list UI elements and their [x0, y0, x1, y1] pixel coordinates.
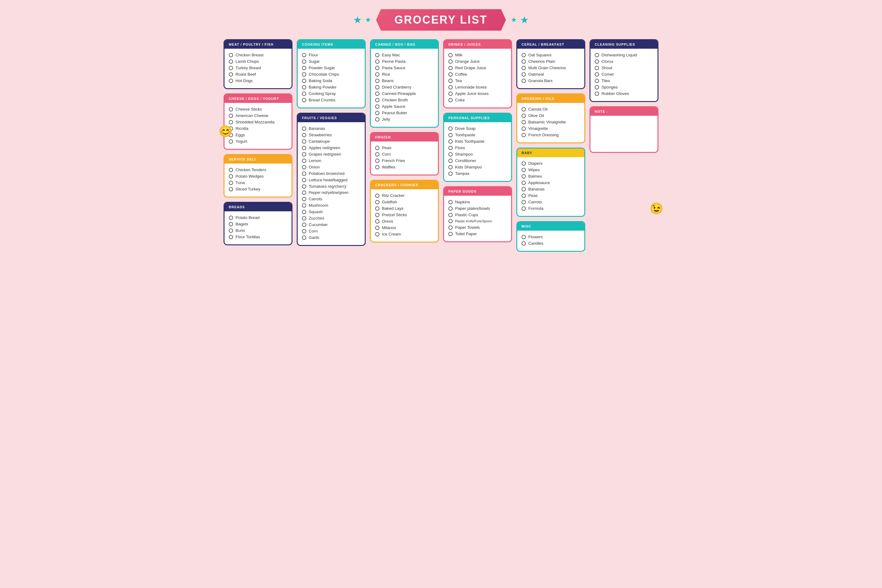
checkbox-icon[interactable] — [229, 174, 233, 178]
checkbox-icon[interactable] — [448, 126, 453, 131]
checkbox-icon[interactable] — [448, 85, 453, 89]
checkbox-icon[interactable] — [375, 159, 380, 163]
checkbox-icon[interactable] — [229, 235, 233, 239]
checkbox-icon[interactable] — [302, 216, 306, 220]
checkbox-icon[interactable] — [229, 181, 233, 185]
checkbox-icon[interactable] — [302, 159, 306, 163]
checkbox-icon[interactable] — [375, 152, 380, 156]
checkbox-icon[interactable] — [448, 146, 453, 150]
checkbox-icon[interactable] — [302, 66, 306, 70]
checkbox-icon[interactable] — [522, 126, 526, 131]
checkbox-icon[interactable] — [522, 79, 526, 83]
checkbox-icon[interactable] — [595, 85, 599, 89]
checkbox-icon[interactable] — [375, 200, 380, 204]
checkbox-icon[interactable] — [375, 92, 380, 96]
checkbox-icon[interactable] — [448, 59, 453, 64]
checkbox-icon[interactable] — [229, 107, 233, 111]
checkbox-icon[interactable] — [375, 232, 380, 236]
checkbox-icon[interactable] — [522, 206, 526, 211]
checkbox-icon[interactable] — [302, 152, 306, 156]
checkbox-icon[interactable] — [375, 213, 380, 217]
note-input[interactable] — [595, 119, 653, 146]
checkbox-icon[interactable] — [229, 66, 233, 70]
checkbox-icon[interactable] — [595, 79, 599, 83]
checkbox-icon[interactable] — [302, 59, 306, 64]
checkbox-icon[interactable] — [522, 235, 526, 239]
checkbox-icon[interactable] — [448, 133, 453, 137]
checkbox-icon[interactable] — [448, 66, 453, 70]
checkbox-icon[interactable] — [229, 222, 233, 226]
checkbox-icon[interactable] — [302, 165, 306, 170]
checkbox-icon[interactable] — [595, 72, 599, 76]
checkbox-icon[interactable] — [448, 140, 453, 144]
checkbox-icon[interactable] — [448, 171, 453, 176]
checkbox-icon[interactable] — [522, 174, 526, 178]
checkbox-icon[interactable] — [375, 165, 380, 170]
checkbox-icon[interactable] — [375, 104, 380, 109]
checkbox-icon[interactable] — [522, 66, 526, 70]
checkbox-icon[interactable] — [375, 219, 380, 224]
checkbox-icon[interactable] — [522, 242, 526, 246]
checkbox-icon[interactable] — [302, 197, 306, 201]
checkbox-icon[interactable] — [522, 107, 526, 111]
checkbox-icon[interactable] — [448, 219, 453, 223]
checkbox-icon[interactable] — [302, 178, 306, 182]
checkbox-icon[interactable] — [522, 181, 526, 185]
checkbox-icon[interactable] — [522, 53, 526, 57]
checkbox-icon[interactable] — [375, 59, 380, 64]
checkbox-icon[interactable] — [375, 66, 380, 70]
checkbox-icon[interactable] — [375, 98, 380, 102]
checkbox-icon[interactable] — [448, 206, 453, 211]
checkbox-icon[interactable] — [522, 194, 526, 198]
checkbox-icon[interactable] — [522, 161, 526, 166]
checkbox-icon[interactable] — [302, 133, 306, 137]
checkbox-icon[interactable] — [375, 53, 380, 57]
checkbox-icon[interactable] — [448, 53, 453, 57]
checkbox-icon[interactable] — [229, 228, 233, 233]
checkbox-icon[interactable] — [375, 226, 380, 230]
checkbox-icon[interactable] — [375, 85, 380, 89]
checkbox-icon[interactable] — [522, 72, 526, 76]
checkbox-icon[interactable] — [229, 114, 233, 118]
checkbox-icon[interactable] — [448, 232, 453, 236]
checkbox-icon[interactable] — [302, 72, 306, 76]
checkbox-icon[interactable] — [448, 92, 453, 96]
checkbox-icon[interactable] — [448, 213, 453, 217]
checkbox-icon[interactable] — [375, 146, 380, 150]
checkbox-icon[interactable] — [522, 168, 526, 172]
checkbox-icon[interactable] — [229, 120, 233, 124]
checkbox-icon[interactable] — [448, 152, 453, 156]
checkbox-icon[interactable] — [302, 98, 306, 102]
checkbox-icon[interactable] — [302, 190, 306, 195]
checkbox-icon[interactable] — [595, 92, 599, 96]
checkbox-icon[interactable] — [522, 59, 526, 64]
checkbox-icon[interactable] — [448, 165, 453, 170]
checkbox-icon[interactable] — [302, 140, 306, 144]
checkbox-icon[interactable] — [229, 140, 233, 144]
checkbox-icon[interactable] — [375, 206, 380, 211]
checkbox-icon[interactable] — [229, 59, 233, 64]
checkbox-icon[interactable] — [229, 168, 233, 172]
checkbox-icon[interactable] — [522, 200, 526, 204]
checkbox-icon[interactable] — [375, 194, 380, 198]
checkbox-icon[interactable] — [302, 229, 306, 233]
checkbox-icon[interactable] — [302, 184, 306, 189]
checkbox-icon[interactable] — [302, 203, 306, 208]
checkbox-icon[interactable] — [595, 59, 599, 64]
checkbox-icon[interactable] — [448, 200, 453, 204]
checkbox-icon[interactable] — [229, 79, 233, 83]
checkbox-icon[interactable] — [229, 53, 233, 57]
checkbox-icon[interactable] — [302, 171, 306, 176]
checkbox-icon[interactable] — [522, 187, 526, 191]
checkbox-icon[interactable] — [302, 223, 306, 227]
checkbox-icon[interactable] — [302, 53, 306, 57]
checkbox-icon[interactable] — [229, 72, 233, 76]
checkbox-icon[interactable] — [448, 79, 453, 83]
checkbox-icon[interactable] — [229, 216, 233, 220]
checkbox-icon[interactable] — [302, 85, 306, 89]
checkbox-icon[interactable] — [448, 98, 453, 102]
checkbox-icon[interactable] — [522, 120, 526, 124]
checkbox-icon[interactable] — [375, 79, 380, 83]
checkbox-icon[interactable] — [522, 133, 526, 137]
checkbox-icon[interactable] — [448, 159, 453, 163]
